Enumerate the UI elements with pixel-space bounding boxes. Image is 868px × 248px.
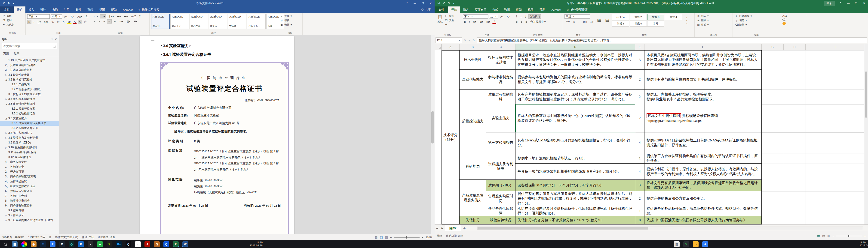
cell-D15[interactable]: 提供水（地）源热泵机组节能认证，得1分。 (516, 153, 635, 164)
zoom-slider-thumb[interactable] (848, 235, 849, 237)
dialog-launcher-icon[interactable]: ⌟ (89, 33, 90, 35)
tab-review[interactable]: 审阅 (513, 6, 525, 13)
column-header-G[interactable]: G (762, 44, 784, 50)
cell-C17[interactable]: 质保期（ZBQ） (486, 180, 516, 191)
scrollbar-thumb[interactable] (478, 227, 648, 229)
zoom-slider[interactable] (836, 236, 862, 236)
accessibility-indicator[interactable]: 辅助功能: 调查 (98, 236, 115, 239)
cell-E11[interactable]: 2 (635, 70, 645, 90)
cell-D11[interactable]: 提供参与与本包别物资相关的国家或行业标准制定的标准号、标准名称等相关文件，每提供… (516, 70, 635, 90)
cell-B15[interactable]: 科研能力 (460, 153, 486, 180)
cell-B10[interactable]: 技术先进性 (460, 50, 486, 70)
nav-item[interactable]: 2、 技术条款响应/偏离表 (0, 63, 59, 68)
conditional-formatting-button[interactable]: ▦ (596, 17, 602, 23)
formula-input[interactable]: 投标人的实验室取得由国家级检测中心（GMPI检测院）认证颁发的《试验装置评定合格… (477, 37, 867, 43)
translate-icon[interactable]: A (702, 241, 708, 247)
page-indicator[interactable]: 第641页，共643页 (2, 236, 25, 239)
cell-F16[interactable]: 提供专利证书扫描件，原件备查。以投标人获得的、有效期内的、与投标产品一致的专利为… (645, 164, 762, 180)
recorder-icon[interactable]: ● (88, 241, 93, 247)
chevron-expanded-icon[interactable]: ◢ (5, 117, 8, 120)
cell-C19[interactable]: 备品备件供应保障 (486, 206, 516, 216)
fill-button[interactable]: ↓填充 ▾ (734, 18, 778, 23)
dialog-launcher-icon[interactable]: ⌟ (511, 34, 512, 36)
word-taskbar-icon[interactable]: W (182, 241, 188, 247)
nav-item[interactable]: ▷3.1 设备性能参数 (0, 72, 59, 77)
tab-acrobat[interactable]: Acrobat (120, 7, 136, 13)
cell-B12[interactable]: 质量控制能力 (460, 90, 486, 153)
xin-app-icon[interactable]: x (135, 241, 141, 247)
tab-review[interactable]: 审阅 (84, 6, 96, 13)
clear-button[interactable]: ⌫清除 ▾ (734, 23, 778, 27)
subscript-button[interactable]: x₂ (51, 20, 55, 24)
nav-item[interactable]: 3.2.2 热泵系统设计图纸 (0, 87, 59, 92)
qq-icon[interactable]: Q (126, 241, 131, 247)
dialog-launcher-icon[interactable]: ⌟ (24, 33, 25, 35)
autosum-button[interactable]: Σ自动求和 ▾ (734, 14, 778, 18)
find-select-button[interactable] (782, 17, 807, 21)
enter-icon[interactable]: ✓ (468, 39, 471, 42)
nav-item[interactable]: ◢3.2 技术资料完整性 (0, 77, 59, 82)
cell-E18[interactable]: 2 (635, 191, 645, 206)
screen-cast-icon[interactable]: ∷ (40, 241, 46, 247)
align-left-icon[interactable]: ≡ (93, 20, 97, 23)
file-explorer-icon[interactable]: ▱ (693, 241, 699, 247)
close-icon[interactable]: ✕ (860, 0, 868, 6)
document-page[interactable]: 3.6 实验室能力↵ 3.6.1 试验装置评定合格证书↵ 中国制冷空调行业 试验… (140, 36, 294, 234)
nav-item[interactable]: 7、 投标自律守则 (0, 193, 59, 199)
zoom-in-icon[interactable]: + (864, 235, 866, 237)
nvidia-icon[interactable]: ✎ (106, 241, 112, 247)
dialog-launcher-icon[interactable]: ⌟ (459, 34, 460, 36)
cell-C12[interactable]: 质量过程控制资料 (486, 90, 516, 104)
nav-item[interactable]: 3.9 质保期（ZBQ） (0, 140, 59, 145)
cell-C14[interactable]: 第三方检测报告 (486, 133, 516, 153)
nav-search-input[interactable]: 在文档中搜索 (2, 43, 57, 49)
nav-item[interactable]: ▷3.10 售后服务响应时间 (0, 145, 59, 150)
font-size-combo[interactable]: 10▼ (489, 15, 498, 19)
dialog-launcher-icon[interactable]: ⌟ (561, 34, 562, 36)
line-spacing-icon[interactable]: ↕≡▾ (118, 20, 124, 24)
tab-view[interactable]: 视图 (525, 6, 536, 13)
ribbon-display-options-icon[interactable]: ⌃ (403, 0, 411, 6)
name-box[interactable]: D13▼ (435, 37, 462, 43)
nav-tab-results[interactable]: 结果 (14, 52, 20, 56)
tab-help[interactable]: 帮助 (536, 6, 548, 13)
decrease-indent-icon[interactable]: ⇤≡ (116, 14, 122, 19)
chevron-expanded-icon[interactable]: ◢ (5, 79, 8, 81)
nav-item[interactable]: ▷3.8 资质能力及专利证书 (0, 135, 59, 140)
cell-F17[interactable]: 投标文件要有质保期承诺函，质保期以设备投运正常验收合格之日起计算，该项内容计入中… (645, 180, 762, 191)
tab-view[interactable]: 视图 (96, 6, 108, 13)
strikethrough-button[interactable]: abc (43, 20, 50, 24)
fx-icon[interactable]: fx (473, 39, 475, 42)
add-sheet-icon[interactable]: ⊕ (461, 226, 468, 230)
align-right-icon[interactable]: ≡ (102, 20, 106, 23)
minimize-icon[interactable]: — (411, 0, 419, 6)
language-indicator[interactable]: 简体中文(中国大陆) (55, 236, 79, 239)
cell-style-chip[interactable]: 常规 4 (665, 14, 682, 20)
sign-in-button[interactable]: 登录 (824, 1, 835, 6)
column-header-B[interactable]: B (460, 44, 486, 50)
normal-view-icon[interactable]: ▦ (817, 234, 820, 238)
borders-icon[interactable]: ⊞▾ (478, 20, 484, 24)
chevron-expanded-icon[interactable]: ◢ (5, 103, 8, 105)
nav-item[interactable]: 4、 法律纠纷情况 (0, 179, 59, 184)
cell-F14[interactable]: 提供2020年1月1日起至投标截止日前的CNAS或CMA认证的热泵机组检测报告扫… (645, 133, 762, 153)
nav-item[interactable]: ▷3.4 参与标准制定情况 (0, 97, 59, 102)
cell-E13[interactable]: 2 (635, 104, 645, 133)
dialog-launcher-icon[interactable]: ⌟ (592, 34, 593, 36)
teal-app-icon[interactable]: ◎ (69, 241, 74, 247)
align-middle-icon[interactable]: ≡ (519, 15, 523, 19)
increase-decimal-icon[interactable]: .0↤ (581, 20, 588, 24)
wechat-icon[interactable]: •• (97, 241, 103, 247)
highlight-color-button[interactable]: ab (67, 20, 72, 24)
tab-insert[interactable]: 插入 (460, 6, 472, 13)
align-bottom-icon[interactable]: ⤓ (524, 14, 527, 19)
tab-layout[interactable]: 布局 (49, 6, 61, 13)
cell-B11[interactable]: 企业创新能力 (460, 70, 486, 90)
cell-E15[interactable]: 1 (635, 153, 645, 164)
merge-center-button[interactable]: 合并后居中 ▾ (529, 20, 547, 24)
cell-E17[interactable]: 3 (635, 180, 645, 191)
horizontal-scrollbar[interactable] (477, 226, 863, 230)
cell-E20[interactable]: 0 (635, 216, 645, 224)
format-painter-button[interactable]: ✒ (444, 23, 455, 27)
multilevel-list-icon[interactable]: ⋮≡▾ (107, 14, 115, 19)
